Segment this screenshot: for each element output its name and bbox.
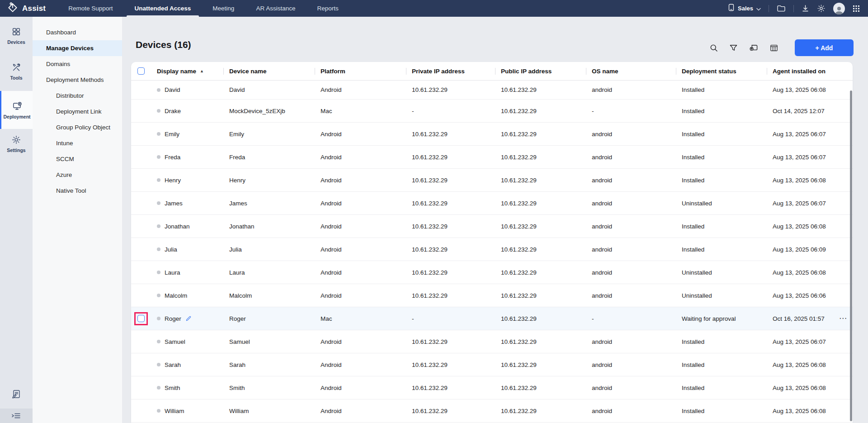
select-all-checkbox[interactable]: [137, 67, 145, 75]
sidebar-item-distributor[interactable]: Distributor: [33, 88, 122, 104]
rail-item-settings[interactable]: Settings: [0, 135, 33, 153]
column-header-deployment-status[interactable]: Deployment status: [676, 68, 767, 75]
table-row[interactable]: Julia Julia Android 10.61.232.29 10.61.2…: [131, 238, 853, 261]
row-public-ip: 10.61.232.29: [495, 338, 586, 345]
tab-remote-support[interactable]: Remote Support: [57, 0, 123, 17]
row-select-cell: [131, 376, 151, 399]
row-display-name: Emily: [165, 131, 179, 138]
row-display-name: Samuel: [165, 338, 185, 345]
rail-label: Settings: [0, 147, 33, 153]
sidebar-item-native-tool[interactable]: Native Tool: [33, 183, 122, 199]
display-name-cell: David: [151, 86, 223, 93]
file-manager-icon[interactable]: [777, 5, 786, 12]
table-row[interactable]: William William Android 10.61.232.29 10.…: [131, 399, 853, 423]
display-name-cell: Freda: [151, 154, 223, 161]
row-os-name: android: [586, 223, 676, 230]
row-select-cell: [131, 81, 151, 99]
presence-dot: [157, 271, 160, 274]
row-agent-installed-on: Aug 13, 2025 06:07: [773, 200, 826, 207]
tab-reports[interactable]: Reports: [306, 0, 349, 17]
gear-icon: [0, 135, 33, 145]
sidebar-item-domains[interactable]: Domains: [33, 56, 122, 72]
row-display-name: Julia: [165, 246, 177, 253]
table-row[interactable]: Henry Henry Android 10.61.232.29 10.61.2…: [131, 169, 853, 192]
agent-installed-cell: Aug 13, 2025 06:07: [767, 338, 853, 345]
presence-dot: [157, 340, 160, 343]
top-navbar: Assist Remote SupportUnattended AccessMe…: [0, 0, 868, 17]
topnav-divider: [769, 5, 769, 12]
edit-name-icon[interactable]: [185, 315, 192, 322]
row-select-cell: [131, 123, 151, 145]
settings-gear-icon[interactable]: [817, 4, 826, 13]
column-settings-icon[interactable]: [769, 43, 778, 52]
row-select-cell: [131, 353, 151, 376]
portal-selector[interactable]: Sales: [728, 4, 761, 13]
sidebar-item-dashboard[interactable]: Dashboard: [33, 24, 122, 40]
sidebar-item-deployment-methods[interactable]: Deployment Methods: [33, 72, 122, 88]
rail-item-devices[interactable]: Devices: [0, 27, 33, 45]
rail-item-deployment[interactable]: Deployment: [0, 91, 33, 129]
table-row[interactable]: Roger Roger Mac - 10.61.232.29 - Waiting…: [131, 307, 853, 330]
brand[interactable]: Assist: [0, 2, 57, 15]
column-header-os-name[interactable]: OS name: [586, 68, 676, 75]
add-device-button[interactable]: + Add: [795, 39, 854, 56]
row-private-ip: 10.61.232.29: [406, 269, 495, 276]
rail-item-tools[interactable]: Tools: [0, 62, 33, 81]
table-row[interactable]: David David Android 10.61.232.29 10.61.2…: [131, 81, 853, 100]
row-platform: Android: [315, 154, 406, 161]
search-icon[interactable]: [709, 43, 718, 52]
row-platform: Android: [315, 385, 406, 391]
table-row[interactable]: Emily Emily Android 10.61.232.29 10.61.2…: [131, 123, 853, 146]
user-avatar[interactable]: [833, 3, 845, 14]
row-device-name: Smith: [223, 385, 315, 391]
sidebar-item-deployment-link[interactable]: Deployment Link: [33, 104, 122, 119]
row-display-name: David: [165, 86, 180, 93]
table-row[interactable]: Malcolm Malcolm Android 10.61.232.29 10.…: [131, 284, 853, 307]
row-select-cell: [131, 330, 151, 353]
column-header-private-ip-address[interactable]: Private IP address: [406, 68, 495, 75]
column-header-public-ip-address[interactable]: Public IP address: [495, 68, 586, 75]
sidebar-item-sccm[interactable]: SCCM: [33, 151, 122, 167]
column-header-agent-installed-on[interactable]: Agent installed on: [767, 68, 853, 75]
collapse-sidebar-icon[interactable]: [0, 409, 33, 423]
tab-meeting[interactable]: Meeting: [202, 0, 245, 17]
row-os-name: -: [586, 315, 676, 322]
filter-icon[interactable]: [729, 43, 738, 52]
table-row[interactable]: Jonathan Jonathan Android 10.61.232.29 1…: [131, 215, 853, 238]
column-header-platform[interactable]: Platform: [315, 68, 406, 75]
feedback-note-icon[interactable]: [0, 389, 33, 399]
column-header-display-name[interactable]: Display name▲: [151, 68, 223, 75]
table-row[interactable]: Freda Freda Android 10.61.232.29 10.61.2…: [131, 146, 853, 169]
sidebar-item-azure[interactable]: Azure: [33, 167, 122, 183]
table-row[interactable]: Smith Smith Android 10.61.232.29 10.61.2…: [131, 376, 853, 399]
row-display-name: James: [165, 200, 183, 207]
table-row[interactable]: Samuel Samuel Android 10.61.232.29 10.61…: [131, 330, 853, 353]
row-public-ip: 10.61.232.29: [495, 223, 586, 230]
rail-label: Deployment: [1, 114, 33, 119]
vertical-scrollbar[interactable]: [850, 90, 852, 421]
download-icon[interactable]: [802, 5, 809, 12]
row-display-name: Smith: [165, 385, 180, 391]
bulk-deploy-icon[interactable]: [749, 43, 759, 53]
sidebar-item-manage-devices[interactable]: Manage Devices: [33, 40, 122, 56]
row-device-name: MockDevice_5zEXjb: [223, 108, 315, 114]
deployment-icon: [1, 101, 33, 111]
table-row[interactable]: James James Android 10.61.232.29 10.61.2…: [131, 192, 853, 215]
row-private-ip: 10.61.232.29: [406, 86, 495, 93]
table-row[interactable]: Drake MockDevice_5zEXjb Mac - 10.61.232.…: [131, 100, 853, 123]
sidebar-item-group-policy-object[interactable]: Group Policy Object: [33, 119, 122, 135]
assist-logo-icon: [7, 2, 19, 15]
display-name-cell: Julia: [151, 246, 223, 253]
agent-installed-cell: Aug 13, 2025 06:08: [767, 385, 853, 391]
column-header-device-name[interactable]: Device name: [223, 68, 315, 75]
table-row[interactable]: Sarah Sarah Android 10.61.232.29 10.61.2…: [131, 353, 853, 376]
sidebar-item-intune[interactable]: Intune: [33, 135, 122, 151]
row-private-ip: -: [406, 315, 495, 322]
tab-ar-assistance[interactable]: AR Assistance: [245, 0, 306, 17]
apps-grid-icon[interactable]: [853, 5, 860, 12]
table-row[interactable]: Laura Laura Android 10.61.232.29 10.61.2…: [131, 261, 853, 284]
display-name-cell: James: [151, 200, 223, 207]
tab-unattended-access[interactable]: Unattended Access: [124, 0, 202, 17]
row-platform: Android: [315, 408, 406, 414]
row-public-ip: 10.61.232.29: [495, 385, 586, 391]
